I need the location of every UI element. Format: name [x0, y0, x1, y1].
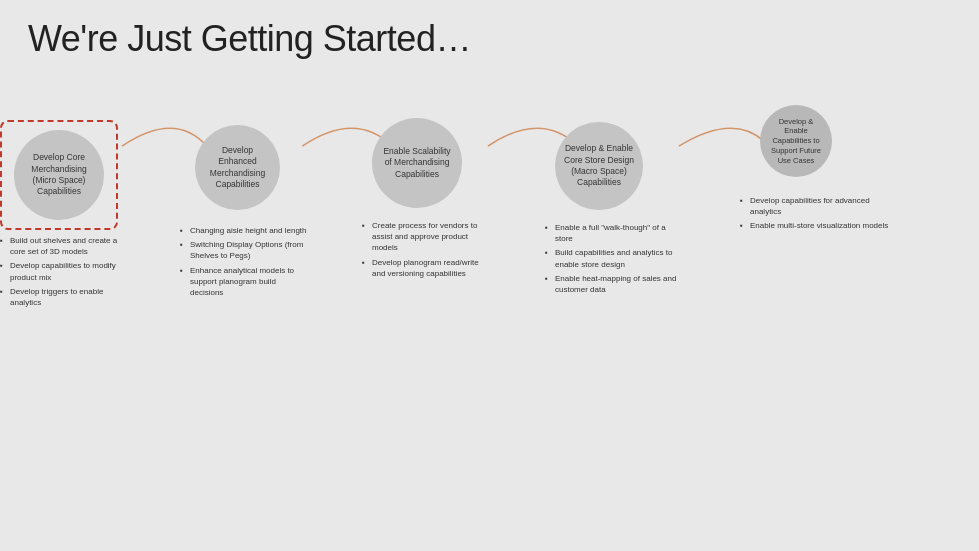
circle-future-label: Develop & Enable Capabilities to Support… — [766, 117, 826, 166]
circle-micro-space-label: Develop Core Merchandising (Micro Space)… — [22, 152, 96, 198]
bullet-macro-1: Enable a full "walk-though" of a store — [555, 223, 666, 243]
circle-enhanced-merch: Develop Enhanced Merchandising Capabilit… — [195, 125, 280, 210]
bullet-macro-2: Build capabilities and analytics to enab… — [555, 248, 672, 268]
bullet-micro-2: Develop capabilities to modify product m… — [10, 261, 116, 281]
bullet-scalability: ▪Create process for vendors to assist an… — [362, 220, 492, 282]
circle-micro-space: Develop Core Merchandising (Micro Space)… — [0, 120, 118, 230]
circle-macro-space: Develop & Enable Core Store Design (Macr… — [555, 122, 643, 210]
circle-enhanced-merch-label: Develop Enhanced Merchandising Capabilit… — [203, 145, 272, 191]
bullet-future-1: Develop capabilities for advanced analyt… — [750, 196, 870, 216]
bullet-enhanced-3: Enhance analytical models to support pla… — [190, 266, 294, 297]
main-content: Develop Core Merchandising (Micro Space)… — [0, 100, 979, 551]
bullet-enhanced-1: Changing aisle height and length — [190, 226, 307, 235]
bullet-future: ▪Develop capabilities for advanced analy… — [740, 195, 890, 235]
bullet-micro-1: Build out shelves and create a core set … — [10, 236, 117, 256]
connector-lines — [0, 100, 979, 551]
circle-future: Develop & Enable Capabilities to Support… — [760, 105, 832, 177]
circle-macro-space-label: Develop & Enable Core Store Design (Macr… — [563, 143, 635, 189]
bullet-scale-2: Develop planogram read/write and version… — [372, 258, 479, 278]
bullet-micro-3: Develop triggers to enable analytics — [10, 287, 103, 307]
bullet-macro-3: Enable heat-mapping of sales and custome… — [555, 274, 676, 294]
bullet-macro-space: ▪Enable a full "walk-though" of a store … — [545, 222, 685, 298]
bullet-enhanced-2: Switching Display Options (from Shelves … — [190, 240, 303, 260]
bullet-future-2: Enable multi-store visualization models — [750, 221, 888, 230]
page-title: We're Just Getting Started… — [28, 18, 471, 60]
bullet-enhanced-merch: ▪Changing aisle height and length ▪Switc… — [180, 225, 310, 301]
bullet-scale-1: Create process for vendors to assist and… — [372, 221, 477, 252]
circle-scalability-label: Enable Scalability of Merchandising Capa… — [380, 146, 454, 180]
bullet-micro-space: ▪Build out shelves and create a core set… — [0, 235, 120, 311]
circle-scalability: Enable Scalability of Merchandising Capa… — [372, 118, 462, 208]
